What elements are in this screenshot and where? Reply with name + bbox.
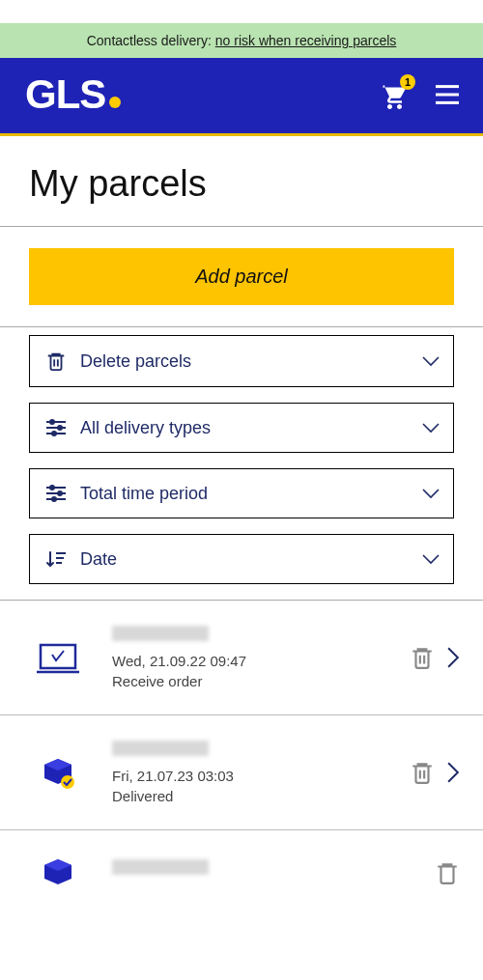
trash-icon: [43, 350, 69, 373]
sliders-icon: [43, 417, 69, 438]
delete-parcel-button[interactable]: [435, 859, 460, 886]
filter-label: All delivery types: [80, 418, 422, 438]
svg-point-6: [58, 426, 62, 430]
banner-link[interactable]: no risk when receiving parcels: [215, 33, 397, 48]
filter-label: Date: [80, 549, 422, 570]
banner-prefix: Contactless delivery:: [87, 33, 215, 48]
svg-point-4: [50, 420, 54, 424]
parcel-content: Fri, 21.07.23 03:03 Delivered: [93, 741, 410, 804]
divider: [0, 326, 483, 327]
trash-icon: [410, 759, 435, 786]
parcel-status: Delivered: [112, 788, 410, 804]
trash-icon: [435, 859, 460, 886]
svg-point-10: [50, 486, 54, 490]
parcel-status: Receive order: [112, 673, 410, 689]
svg-point-8: [52, 432, 56, 435]
sort-icon: [43, 548, 69, 570]
chevron-right-icon: [446, 762, 460, 783]
chevron-down-icon: [422, 355, 440, 367]
svg-point-20: [61, 775, 74, 789]
cart-badge: 1: [400, 74, 415, 90]
box-icon: [23, 855, 93, 890]
delete-parcel-button[interactable]: [410, 759, 435, 786]
hamburger-icon: [433, 83, 462, 106]
sliders-icon: [43, 483, 69, 504]
svg-point-12: [58, 491, 62, 495]
parcel-id-redacted: [112, 741, 209, 756]
add-parcel-button[interactable]: Add parcel: [29, 248, 454, 305]
chevron-down-icon: [422, 488, 440, 499]
info-banner[interactable]: Contactless delivery: no risk when recei…: [0, 23, 483, 58]
app-header: GLS 1: [0, 58, 483, 136]
chevron-down-icon: [422, 422, 440, 434]
filter-delete-parcels[interactable]: Delete parcels: [29, 335, 454, 387]
logo[interactable]: GLS: [25, 71, 377, 118]
filters-section: Delete parcels All delivery types Total …: [0, 335, 483, 584]
parcel-open-button[interactable]: [446, 762, 460, 783]
logo-dot: [109, 97, 121, 108]
parcel-open-button[interactable]: [446, 647, 460, 668]
parcel-content: Wed, 21.09.22 09:47 Receive order: [93, 626, 410, 689]
parcel-row[interactable]: Fri, 21.07.23 03:03 Delivered: [0, 715, 483, 830]
parcel-row[interactable]: Wed, 21.09.22 09:47 Receive order: [0, 601, 483, 715]
chevron-right-icon: [446, 647, 460, 668]
filter-delivery-types[interactable]: All delivery types: [29, 403, 454, 453]
menu-button[interactable]: [433, 83, 462, 106]
divider: [0, 226, 483, 227]
box-delivered-icon: [23, 755, 93, 790]
trash-icon: [410, 644, 435, 671]
page-title: My parcels: [0, 136, 483, 226]
parcel-date: Wed, 21.09.22 09:47: [112, 653, 410, 669]
chevron-down-icon: [422, 553, 440, 565]
logo-text: GLS: [25, 71, 105, 118]
parcel-content: [93, 859, 435, 886]
parcel-id-redacted: [112, 859, 209, 875]
monitor-check-icon: [23, 639, 93, 676]
delete-parcel-button[interactable]: [410, 644, 435, 671]
cart-button[interactable]: 1: [377, 80, 408, 109]
parcel-id-redacted: [112, 626, 209, 641]
filter-label: Delete parcels: [80, 351, 422, 372]
filter-label: Total time period: [80, 484, 422, 504]
parcel-row[interactable]: [0, 830, 483, 890]
filter-time-period[interactable]: Total time period: [29, 468, 454, 518]
svg-point-14: [52, 497, 56, 501]
parcel-date: Fri, 21.07.23 03:03: [112, 768, 410, 784]
filter-sort-date[interactable]: Date: [29, 534, 454, 584]
